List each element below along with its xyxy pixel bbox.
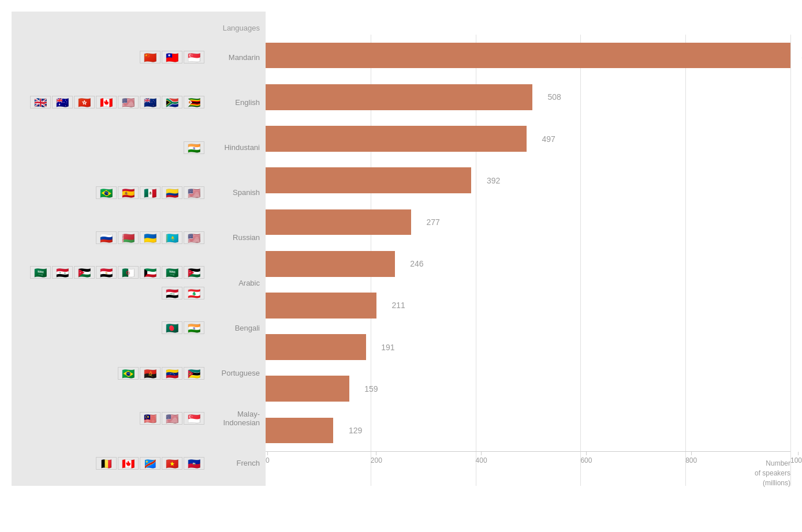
flag-icon: 🇧🇷 xyxy=(118,367,139,380)
bar-value-label: 159 xyxy=(364,384,378,394)
flag-icon: 🇪🇬 xyxy=(96,266,117,279)
left-row: 🇬🇧🇦🇺🇭🇰🇨🇦🇺🇸🇳🇿🇿🇦🇿🇼English xyxy=(12,80,266,125)
x-tick-line xyxy=(691,452,692,455)
bar-value-label: 129 xyxy=(349,426,362,435)
flag-icon: 🇦🇴 xyxy=(140,367,161,380)
x-tick-line xyxy=(267,452,268,455)
left-header: Languages xyxy=(12,12,266,35)
x-tick-label: 400 xyxy=(476,456,487,464)
lang-label: Malay-Indonesian xyxy=(208,410,260,427)
bar-row: 129 xyxy=(266,410,790,451)
flag-icon: 🇯🇴 xyxy=(74,266,95,279)
flags-col: 🇸🇦🇸🇾🇯🇴🇪🇬🇩🇿🇰🇼🇸🇦🇯🇴🇮🇶🇱🇧 xyxy=(12,260,208,305)
chart-container: Languages 🇨🇳🇹🇼🇸🇬Mandarin🇬🇧🇦🇺🇭🇰🇨🇦🇺🇸🇳🇿🇿🇦🇿🇼… xyxy=(0,0,802,532)
lang-label: Russian xyxy=(233,233,260,242)
flags-col: 🇧🇷🇦🇴🇻🇪🇲🇿 xyxy=(12,350,208,395)
bar: 246 xyxy=(266,251,395,277)
bar-row: 159 xyxy=(266,368,790,410)
lang-label: Arabic xyxy=(238,279,260,287)
x-tick-label: 0 xyxy=(266,456,270,464)
x-tick-line xyxy=(586,452,587,455)
flag-icon: 🇯🇴 xyxy=(184,266,204,279)
left-row: 🇷🇺🇧🇾🇺🇦🇰🇿🇺🇸Russian xyxy=(12,215,266,260)
flag-icon: 🇿🇦 xyxy=(162,96,182,108)
lang-label-col: Malay-Indonesian xyxy=(208,396,266,441)
flag-icon: 🇰🇼 xyxy=(140,266,161,279)
bar-value-label: 497 xyxy=(542,134,555,144)
bar-row: 1000 xyxy=(266,35,790,76)
flags-col: 🇮🇳 xyxy=(12,125,208,170)
flag-icon: 🇬🇧 xyxy=(30,96,51,108)
x-tick-line xyxy=(376,452,376,455)
flags-col: 🇷🇺🇧🇾🇺🇦🇰🇿🇺🇸 xyxy=(12,215,208,260)
flag-icon: 🇦🇺 xyxy=(52,96,73,108)
flag-icon: 🇺🇸 xyxy=(184,231,204,244)
bars-area: 1000508497392277246211191159129 Numberof… xyxy=(266,35,790,486)
x-tick: 800 xyxy=(685,452,697,464)
flags-col: 🇧🇪🇨🇦🇨🇩🇻🇳🇭🇹 xyxy=(12,441,208,486)
flag-icon: 🇺🇸 xyxy=(184,186,204,199)
flag-icon: 🇸🇬 xyxy=(184,412,204,425)
flag-icon: 🇧🇪 xyxy=(96,457,117,470)
flag-icon: 🇳🇿 xyxy=(140,96,161,108)
x-tick-label: 200 xyxy=(371,456,382,464)
flags-col: 🇨🇳🇹🇼🇸🇬 xyxy=(12,35,208,80)
flag-icon: 🇮🇶 xyxy=(162,287,182,299)
lang-label-col: Mandarin xyxy=(208,35,266,80)
left-row: 🇮🇳Hindustani xyxy=(12,125,266,170)
flags-col: 🇧🇷🇪🇸🇲🇽🇨🇴🇺🇸 xyxy=(12,170,208,215)
bar-value-label: 246 xyxy=(410,259,423,268)
lang-label-col: Russian xyxy=(208,215,266,260)
bar: 277 xyxy=(266,209,411,235)
lang-label: Hindustani xyxy=(225,143,260,152)
flag-icon: 🇹🇼 xyxy=(162,51,182,63)
flags-col: 🇲🇾🇺🇸🇸🇬 xyxy=(12,396,208,441)
flag-icon: 🇲🇾 xyxy=(140,412,161,425)
flag-icon: 🇩🇿 xyxy=(118,266,139,279)
flag-icon: 🇷🇺 xyxy=(96,231,117,244)
flag-icon: 🇭🇹 xyxy=(184,457,204,470)
bar-row: 191 xyxy=(266,326,790,368)
left-row: 🇸🇦🇸🇾🇯🇴🇪🇬🇩🇿🇰🇼🇸🇦🇯🇴🇮🇶🇱🇧Arabic xyxy=(12,260,266,305)
lang-label-col: Spanish xyxy=(208,170,266,215)
lang-label-col: Hindustani xyxy=(208,125,266,170)
lang-label: Mandarin xyxy=(229,53,260,62)
flag-icon: 🇪🇸 xyxy=(118,186,139,199)
lang-label-col: Portuguese xyxy=(208,350,266,395)
x-tick-label: 1000 xyxy=(790,456,802,464)
flag-icon: 🇻🇪 xyxy=(162,367,182,380)
flag-icon: 🇸🇾 xyxy=(52,266,73,279)
grid-line xyxy=(790,35,791,486)
languages-header-label: Languages xyxy=(223,24,260,32)
lang-label: Bengali xyxy=(235,324,260,332)
chart-header xyxy=(266,12,790,35)
flags-col: 🇧🇩🇮🇳 xyxy=(12,305,208,350)
flag-icon: 🇲🇿 xyxy=(184,367,204,380)
flag-icon: 🇨🇳 xyxy=(140,51,161,63)
bar-row: 508 xyxy=(266,76,790,118)
bar: 1000 xyxy=(266,43,790,69)
left-panel: Languages 🇨🇳🇹🇼🇸🇬Mandarin🇬🇧🇦🇺🇭🇰🇨🇦🇺🇸🇳🇿🇿🇦🇿🇼… xyxy=(12,12,266,486)
flag-icon: 🇺🇸 xyxy=(162,412,182,425)
lang-label: Portuguese xyxy=(222,369,260,377)
bar-value-label: 508 xyxy=(547,92,561,102)
bar: 159 xyxy=(266,376,349,402)
bar-row: 211 xyxy=(266,284,790,326)
bar: 129 xyxy=(266,418,333,444)
x-tick: 0 xyxy=(266,452,270,464)
left-row: 🇨🇳🇹🇼🇸🇬Mandarin xyxy=(12,35,266,80)
bar-row: 392 xyxy=(266,160,790,201)
x-tick-label: 600 xyxy=(580,456,592,464)
left-row: 🇧🇷🇦🇴🇻🇪🇲🇿Portuguese xyxy=(12,350,266,395)
lang-label: Spanish xyxy=(233,188,260,197)
x-axis: Numberof speakers(millions) 020040060080… xyxy=(266,451,790,486)
flag-icon: 🇸🇦 xyxy=(162,266,182,279)
x-tick-line xyxy=(798,452,799,455)
x-tick: 600 xyxy=(580,452,592,464)
flag-icon: 🇲🇽 xyxy=(140,186,161,199)
left-row: 🇲🇾🇺🇸🇸🇬Malay-Indonesian xyxy=(12,396,266,441)
flag-icon: 🇻🇳 xyxy=(162,457,182,470)
left-row: 🇧🇷🇪🇸🇲🇽🇨🇴🇺🇸Spanish xyxy=(12,170,266,215)
bar: 392 xyxy=(266,167,471,193)
flag-icon: 🇸🇬 xyxy=(184,51,204,63)
